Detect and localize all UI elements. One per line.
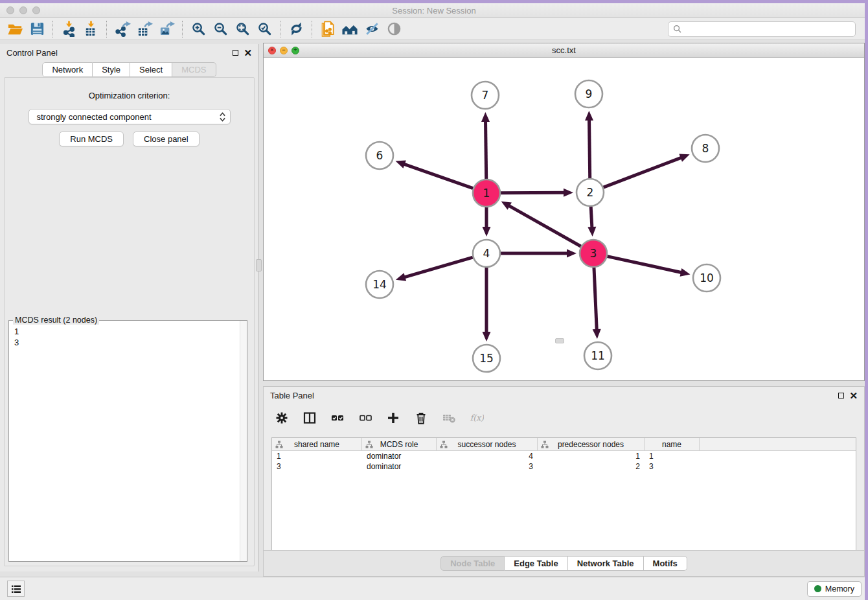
table-cell[interactable]: 1 [272,451,362,461]
column-header-name[interactable]: name [645,438,700,450]
graph-edge-2-8[interactable] [604,154,690,188]
title-bar: Session: New Session [0,3,868,18]
graph-edge-4-3[interactable] [501,249,577,258]
gear-icon[interactable] [274,410,290,426]
eye-icon[interactable] [383,20,405,38]
function-icon[interactable]: f(x) [469,410,485,426]
table-cell[interactable]: 4 [437,451,538,461]
homes-icon[interactable] [339,20,361,38]
graph-edge-3-11[interactable] [593,268,601,339]
graph-edge-1-6[interactable] [396,160,474,188]
export-network-icon[interactable] [111,20,133,38]
column-header-predecessor-nodes[interactable]: predecessor nodes [538,438,645,450]
result-scrollbar[interactable] [240,321,247,561]
table-cell[interactable]: 3 [645,461,700,472]
status-bar: Memory [0,577,868,600]
horizontal-splitter-handle[interactable] [555,338,564,343]
column-header-MCDS-role[interactable]: MCDS role [362,438,437,450]
tab-node-table[interactable]: Node Table [440,556,505,571]
node-table: shared nameMCDS rolesuccessor nodesprede… [271,437,856,551]
tab-style[interactable]: Style [93,62,130,77]
tab-edge-table[interactable]: Edge Table [505,556,567,571]
table-toolbar: f(x) [264,404,864,432]
run-mcds-button[interactable]: Run MCDS [59,132,124,146]
graph-edge-1-2[interactable] [501,189,573,197]
table-cell[interactable]: 3 [437,461,538,472]
graph-node-15[interactable]: 15 [473,345,500,372]
tab-network-table[interactable]: Network Table [568,556,644,571]
tab-network[interactable]: Network [42,62,93,77]
table-cell[interactable]: 3 [272,461,362,472]
export-table-icon[interactable] [133,20,155,38]
zoom-fit-icon[interactable] [231,20,253,38]
close-panel-button[interactable]: Close panel [133,132,200,146]
column-header-shared-name[interactable]: shared name [272,438,362,450]
hide-details-icon[interactable] [361,20,383,38]
close-panel-icon[interactable]: ✕ [244,48,252,58]
zoom-in-icon[interactable] [187,20,209,38]
export-image-icon[interactable] [155,20,177,38]
main-toolbar [0,18,865,40]
tab-motifs[interactable]: Motifs [644,556,687,571]
graph-node-11[interactable]: 11 [584,342,611,369]
graph-node-14[interactable]: 14 [366,271,393,298]
zoom-selected-icon[interactable] [253,20,275,38]
column-header-successor-nodes[interactable]: successor nodes [437,438,538,450]
zoom-out-icon[interactable] [209,20,231,38]
graph-edge-4-15[interactable] [483,268,491,341]
graph-node-8[interactable]: 8 [692,135,719,162]
graph-edge-2-3[interactable] [588,207,596,237]
delete-table-icon[interactable] [441,410,457,426]
column-label: shared name [294,440,339,449]
graph-edge-3-1[interactable] [501,202,581,246]
table-cell[interactable]: dominator [362,461,437,472]
graph-node-10[interactable]: 10 [693,264,720,292]
open-session-icon[interactable] [4,20,26,38]
split-panel-icon[interactable] [302,410,317,426]
graph-node-1[interactable]: 1 [473,179,500,207]
task-history-button[interactable] [7,581,25,597]
optimization-criterion-select[interactable]: strongly connected component [29,109,231,124]
float-panel-icon[interactable] [233,50,238,56]
table-row[interactable]: 1dominator411 [272,451,856,461]
close-table-panel-icon[interactable]: ✕ [849,391,858,400]
search-input[interactable] [668,21,856,37]
network-canvas[interactable]: 7968124314101511 [264,58,864,380]
svg-text:1: 1 [483,187,490,200]
graph-edge-1-7[interactable] [481,112,490,179]
graph-edge-3-10[interactable] [607,257,690,277]
graph-node-9[interactable]: 9 [575,80,602,108]
table-cell[interactable]: dominator [362,451,437,461]
graph-edge-2-9[interactable] [585,111,593,178]
add-column-icon[interactable] [385,410,401,426]
import-table-icon[interactable] [80,20,102,38]
graph-node-4[interactable]: 4 [473,240,500,267]
import-network-icon[interactable] [58,20,80,38]
select-all-icon[interactable] [330,410,345,426]
svg-text:6: 6 [376,149,383,162]
table-cell[interactable]: 1 [538,451,645,461]
deselect-all-icon[interactable] [358,410,373,426]
delete-rows-icon[interactable] [413,410,429,426]
memory-button[interactable]: Memory [807,581,862,597]
column-type-icon [541,441,549,448]
table-cell[interactable]: 2 [538,461,645,472]
clone-network-icon[interactable] [317,20,339,38]
graph-node-6[interactable]: 6 [366,142,393,169]
table-cell[interactable]: 1 [645,451,700,461]
float-table-panel-icon[interactable] [838,393,844,398]
graph-node-7[interactable]: 7 [472,82,499,109]
toolbar-separator [280,21,280,38]
save-session-icon[interactable] [26,20,48,38]
tab-select[interactable]: Select [130,62,172,77]
tab-mcds[interactable]: MCDS [172,62,216,77]
select-stepper-icon [219,111,226,122]
graph-node-3[interactable]: 3 [580,240,607,267]
table-tabs-bar: Node TableEdge TableNetwork TableMotifs [264,550,864,576]
vertical-splitter-handle[interactable] [256,259,262,271]
table-row[interactable]: 3dominator323 [272,461,856,472]
graph-node-2[interactable]: 2 [577,179,604,206]
graph-edge-1-4[interactable] [483,207,491,237]
graph-edge-4-14[interactable] [396,257,473,281]
refresh-icon[interactable] [285,20,307,38]
